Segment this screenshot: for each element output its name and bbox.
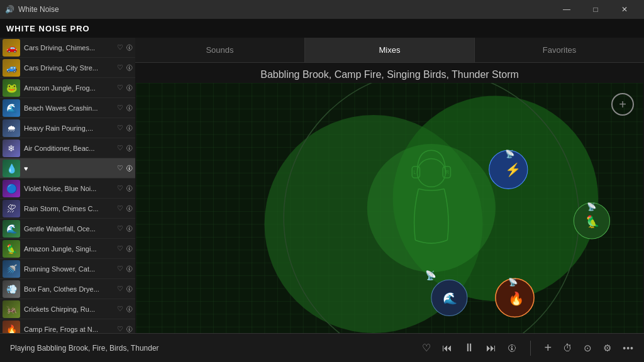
item-label-0: Cars Driving, Chimes... bbox=[24, 44, 117, 52]
item-icons-3: ♡ 🛈 bbox=[117, 104, 133, 112]
next-button[interactable]: ⏭ bbox=[486, 343, 496, 354]
heart-icon-1[interactable]: ♡ bbox=[117, 63, 123, 72]
timer-button[interactable]: ⏱ bbox=[563, 343, 572, 353]
item-icons-4: ♡ 🛈 bbox=[117, 124, 133, 132]
info-icon-8[interactable]: 🛈 bbox=[126, 205, 133, 212]
item-icons-9: ♡ 🛈 bbox=[117, 224, 133, 233]
info-icon-7[interactable]: 🛈 bbox=[126, 185, 133, 192]
add-button[interactable]: + bbox=[611, 93, 634, 116]
visualizer: L R ⚡ 📡 🦜 📡 bbox=[135, 83, 644, 333]
info-icon-0[interactable]: 🛈 bbox=[126, 44, 133, 52]
sidebar-item-6[interactable]: 💧 ♥ ♡ 🛈 bbox=[0, 158, 135, 178]
thumb-14: 🔥 bbox=[3, 321, 20, 334]
svg-text:🔥: 🔥 bbox=[508, 291, 525, 307]
sidebar-item-11[interactable]: 🚿 Running Shower, Cat... ♡ 🛈 bbox=[0, 259, 135, 279]
sidebar-item-3[interactable]: 🌊 Beach Waves Crashin... ♡ 🛈 bbox=[0, 98, 135, 118]
sidebar-item-4[interactable]: 🌧 Heavy Rain Pouring,... ♡ 🛈 bbox=[0, 118, 135, 138]
item-icons-1: ♡ 🛈 bbox=[117, 63, 133, 72]
svg-text:🦜: 🦜 bbox=[586, 214, 600, 229]
item-label-5: Air Conditioner, Beac... bbox=[24, 145, 117, 152]
maximize-button[interactable]: □ bbox=[581, 0, 610, 19]
prev-button[interactable]: ⏮ bbox=[442, 343, 452, 354]
item-label-8: Rain Storm, Chimes C... bbox=[24, 205, 117, 212]
svg-text:📡: 📡 bbox=[508, 277, 518, 287]
item-icons-0: ♡ 🛈 bbox=[117, 43, 133, 52]
info-icon-9[interactable]: 🛈 bbox=[126, 225, 133, 233]
item-icons-10: ♡ 🛈 bbox=[117, 244, 133, 253]
thumb-10: 🦜 bbox=[3, 240, 20, 258]
info-icon-5[interactable]: 🛈 bbox=[126, 145, 133, 152]
heart-icon-12[interactable]: ♡ bbox=[117, 285, 123, 293]
info-icon-11[interactable]: 🛈 bbox=[126, 265, 133, 273]
sidebar-item-13[interactable]: 🦗 Crickets Chirping, Ru... ♡ 🛈 bbox=[0, 299, 135, 319]
sidebar-item-0[interactable]: 🚗 Cars Driving, Chimes... ♡ 🛈 bbox=[0, 38, 135, 58]
tab-mixes[interactable]: Mixes bbox=[305, 38, 475, 62]
svg-text:⚡: ⚡ bbox=[505, 162, 521, 178]
heart-icon-7[interactable]: ♡ bbox=[117, 184, 123, 192]
tab-sounds[interactable]: Sounds bbox=[135, 38, 305, 62]
add-mix-button[interactable]: + bbox=[545, 341, 552, 355]
thumb-8: ⛈ bbox=[3, 200, 20, 217]
minimize-button[interactable]: — bbox=[552, 0, 581, 19]
info-icon-4[interactable]: 🛈 bbox=[126, 124, 133, 132]
sidebar-item-12[interactable]: 💨 Box Fan, Clothes Drye... ♡ 🛈 bbox=[0, 279, 135, 299]
heart-icon-3[interactable]: ♡ bbox=[117, 104, 123, 112]
more-button[interactable]: ••• bbox=[623, 343, 634, 353]
sidebar-item-14[interactable]: 🔥 Camp Fire, Frogs at N... ♡ 🛈 bbox=[0, 319, 135, 333]
thumb-11: 🚿 bbox=[3, 260, 20, 278]
sidebar-item-9[interactable]: 🌊 Gentle Waterfall, Oce... ♡ 🛈 bbox=[0, 219, 135, 239]
item-label-6: ♥ bbox=[24, 165, 117, 172]
item-label-4: Heavy Rain Pouring,... bbox=[24, 124, 117, 132]
heart-icon-14[interactable]: ♡ bbox=[117, 325, 123, 333]
info-icon-14[interactable]: 🛈 bbox=[126, 326, 133, 333]
title-bar-left: 🔊 White Noise bbox=[5, 5, 59, 14]
heart-icon-0[interactable]: ♡ bbox=[117, 43, 123, 52]
airplay-button[interactable]: ⊙ bbox=[584, 343, 592, 354]
item-icons-14: ♡ 🛈 bbox=[117, 325, 133, 333]
heart-icon-13[interactable]: ♡ bbox=[117, 305, 123, 313]
thumb-9: 🌊 bbox=[3, 220, 20, 238]
sidebar-item-5[interactable]: ❄ Air Conditioner, Beac... ♡ 🛈 bbox=[0, 138, 135, 158]
info-icon-6[interactable]: 🛈 bbox=[126, 165, 133, 172]
heart-icon-9[interactable]: ♡ bbox=[117, 224, 123, 233]
svg-text:📡: 📡 bbox=[425, 270, 436, 281]
tab-favorites[interactable]: Favorites bbox=[475, 38, 644, 62]
main-layout: 🚗 Cars Driving, Chimes... ♡ 🛈 🚙 Cars Dri… bbox=[0, 38, 644, 333]
info-icon-13[interactable]: 🛈 bbox=[126, 305, 133, 313]
heart-icon-10[interactable]: ♡ bbox=[117, 244, 123, 253]
heart-icon-8[interactable]: ♡ bbox=[117, 204, 123, 212]
item-icons-11: ♡ 🛈 bbox=[117, 265, 133, 273]
heart-icon-2[interactable]: ♡ bbox=[117, 84, 123, 92]
sidebar-item-1[interactable]: 🚙 Cars Driving, City Stre... ♡ 🛈 bbox=[0, 58, 135, 78]
pause-button[interactable]: ⏸ bbox=[464, 341, 475, 354]
thumb-6: 💧 bbox=[3, 160, 20, 177]
svg-point-4 bbox=[367, 144, 496, 272]
close-button[interactable]: ✕ bbox=[610, 0, 639, 19]
info-icon-1[interactable]: 🛈 bbox=[126, 64, 133, 72]
info-icon-10[interactable]: 🛈 bbox=[126, 245, 133, 253]
heart-icon-11[interactable]: ♡ bbox=[117, 265, 123, 273]
heart-icon-6[interactable]: ♡ bbox=[117, 164, 123, 172]
bottom-controls: ♡ ⏮ ⏸ ⏭ 🛈 + ⏱ ⊙ ⚙ ••• bbox=[422, 341, 634, 356]
sidebar-item-2[interactable]: 🐸 Amazon Jungle, Frog... ♡ 🛈 bbox=[0, 78, 135, 98]
heart-icon-4[interactable]: ♡ bbox=[117, 124, 123, 132]
info-icon-3[interactable]: 🛈 bbox=[126, 104, 133, 112]
thumb-5: ❄ bbox=[3, 140, 20, 157]
item-icons-6: ♡ 🛈 bbox=[117, 164, 133, 172]
info-icon-2[interactable]: 🛈 bbox=[126, 84, 133, 92]
info-icon-12[interactable]: 🛈 bbox=[126, 285, 133, 293]
heart-button[interactable]: ♡ bbox=[422, 342, 431, 354]
app-header: WHITE NOISE PRO bbox=[0, 19, 644, 38]
sidebar: 🚗 Cars Driving, Chimes... ♡ 🛈 🚙 Cars Dri… bbox=[0, 38, 135, 333]
info-button[interactable]: 🛈 bbox=[508, 343, 516, 353]
sidebar-item-8[interactable]: ⛈ Rain Storm, Chimes C... ♡ 🛈 bbox=[0, 199, 135, 219]
thumb-0: 🚗 bbox=[3, 39, 20, 57]
sidebar-item-10[interactable]: 🦜 Amazon Jungle, Singi... ♡ 🛈 bbox=[0, 239, 135, 259]
item-label-10: Amazon Jungle, Singi... bbox=[24, 245, 117, 253]
app-name: WHITE NOISE PRO bbox=[6, 24, 90, 33]
settings-button[interactable]: ⚙ bbox=[603, 343, 611, 354]
content-area: Sounds Mixes Favorites Babbling Brook, C… bbox=[135, 38, 644, 333]
heart-icon-5[interactable]: ♡ bbox=[117, 144, 123, 152]
sidebar-item-7[interactable]: 🔵 Violet Noise, Blue Noi... ♡ 🛈 bbox=[0, 178, 135, 199]
thumb-7: 🔵 bbox=[3, 180, 20, 197]
